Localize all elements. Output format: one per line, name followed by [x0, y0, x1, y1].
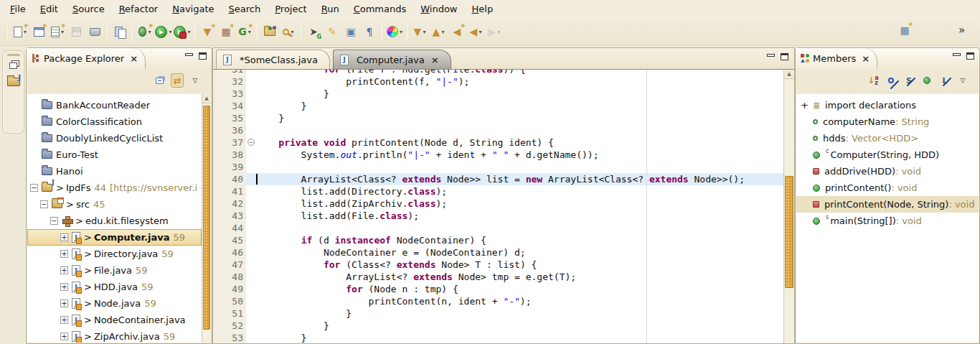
annotation-ruler[interactable] — [246, 307, 256, 320]
tree-item[interactable]: +J> Computer.java59 — [27, 229, 202, 246]
line-number[interactable]: 39 — [213, 161, 246, 173]
close-icon[interactable]: × — [431, 55, 439, 65]
annotation-ruler[interactable] — [246, 112, 256, 124]
hide-static-icon[interactable]: S — [903, 73, 915, 88]
dropdown-caret-icon[interactable]: ▾ — [169, 29, 171, 35]
code-line[interactable]: 39 — [213, 161, 783, 173]
tree-item[interactable]: +J> HDD.java59 — [27, 279, 202, 295]
annotation-ruler[interactable] — [246, 70, 256, 75]
code-line[interactable]: 49 for (Node n : tmp) { — [213, 283, 783, 295]
print-icon[interactable] — [86, 22, 103, 41]
minimize-icon[interactable] — [185, 53, 193, 56]
annotation-ruler[interactable] — [246, 75, 256, 88]
member-item[interactable]: computerName : String — [796, 113, 979, 130]
annotation-ruler[interactable] — [246, 149, 256, 161]
code-text[interactable]: ArrayList<? extends Node> tmp = e.get(T)… — [256, 271, 783, 283]
import-wizard-icon[interactable]: ▼✦ — [199, 22, 216, 41]
line-number[interactable]: 51 — [213, 307, 246, 320]
last-edit-location-icon[interactable]: ◀✦ — [448, 22, 466, 41]
expand-icon[interactable]: + — [60, 266, 68, 274]
code-line[interactable]: 44 — [213, 222, 783, 234]
collapse-icon[interactable]: − — [30, 184, 38, 192]
search-icon[interactable]: ▾ — [280, 22, 297, 41]
close-icon[interactable]: × — [862, 53, 870, 64]
code-line[interactable]: 46 NodeContainer e = (NodeContainer) d; — [213, 246, 783, 259]
tree-item[interactable]: ColorClassification — [27, 113, 202, 130]
scroll-up-icon[interactable]: ▲ — [784, 70, 794, 79]
tree-item[interactable]: Hanoi — [27, 163, 202, 180]
run-external-icon[interactable]: ▶▾ — [174, 22, 191, 41]
line-number[interactable]: 37− — [213, 136, 246, 149]
annotation-ruler[interactable] — [246, 100, 256, 112]
prev-annotation-icon[interactable]: ▲▾ — [430, 22, 447, 41]
code-text[interactable]: ArrayList<Class<? extends Node>> list = … — [256, 173, 783, 185]
line-number[interactable]: 49 — [213, 283, 246, 295]
code-line[interactable]: 48 ArrayList<? extends Node> tmp = e.get… — [213, 271, 783, 283]
line-number[interactable]: 44 — [213, 222, 246, 234]
line-number[interactable]: 36 — [213, 124, 246, 136]
code-line[interactable]: 42 list.add(ZipArchiv.class); — [213, 197, 783, 210]
dropdown-caret-icon[interactable]: ▾ — [479, 29, 481, 35]
code-line[interactable]: 45 if (d instanceof NodeContainer) { — [213, 234, 783, 246]
minimize-icon[interactable] — [767, 54, 775, 57]
dropdown-caret-icon[interactable]: ▾ — [400, 29, 402, 35]
annotation-ruler[interactable] — [246, 210, 256, 222]
menu-search[interactable]: Search — [222, 2, 268, 16]
annotation-ruler[interactable] — [246, 271, 256, 283]
code-line[interactable]: 33 } — [213, 88, 783, 100]
tab-members[interactable]: Members × — [796, 48, 877, 68]
expand-icon[interactable]: + — [60, 250, 68, 258]
hide-local-types-icon[interactable]: L — [938, 73, 951, 88]
expand-icon[interactable]: + — [60, 233, 68, 241]
code-text[interactable]: for (File f : hdd.get(File.class)) { — [256, 70, 783, 75]
line-number[interactable]: 31 — [213, 70, 246, 75]
expand-icon[interactable]: + — [60, 316, 68, 324]
collapse-icon[interactable]: − — [40, 200, 48, 208]
tree-item[interactable]: +J> Node.java59 — [27, 295, 202, 312]
toolbar-overflow-chevron[interactable]: » — [958, 24, 963, 37]
highlighter-icon[interactable]: ✎ — [324, 22, 341, 41]
code-line[interactable]: 32 printContent(f, "|-"); — [213, 75, 783, 88]
code-line[interactable]: 47 for (Class<? extends Node> T : list) … — [213, 259, 783, 271]
line-number[interactable]: 45 — [213, 234, 246, 246]
open-type-icon[interactable] — [261, 22, 278, 41]
line-number[interactable]: 33 — [213, 88, 246, 100]
menu-edit[interactable]: Edit — [33, 2, 65, 16]
show-whitespace-icon[interactable]: ¶ — [361, 22, 378, 41]
new-fastview-icon[interactable]: ▦✦ — [896, 21, 913, 39]
member-item[interactable]: printContent(Node, String) : void — [796, 196, 979, 213]
collapse-all-icon[interactable] — [153, 73, 166, 88]
line-number[interactable]: 46 — [213, 246, 246, 259]
code-line[interactable]: 36 — [213, 124, 783, 136]
sort-icon[interactable]: ↓az — [867, 73, 880, 88]
annotation-ruler[interactable] — [246, 332, 256, 343]
editor-scrollbar[interactable]: ▲ — [783, 70, 794, 343]
view-menu-icon[interactable]: ▽ — [956, 73, 969, 88]
dropdown-caret-icon[interactable]: ▾ — [187, 29, 190, 35]
save-icon[interactable] — [67, 22, 85, 41]
code-line[interactable]: 40 ArrayList<Class<? extends Node>> list… — [213, 173, 783, 185]
expand-icon[interactable]: + — [60, 283, 68, 291]
annotation-ruler[interactable] — [246, 320, 256, 332]
close-icon[interactable]: × — [130, 53, 138, 64]
code-line[interactable]: 50 printContent(n, ident + "-"); — [213, 295, 783, 307]
tree-item[interactable]: Euro-Test — [27, 147, 202, 163]
annotation-ruler[interactable] — [246, 295, 256, 307]
dropdown-caret-icon[interactable]: ▾ — [423, 29, 425, 35]
hide-fields-icon[interactable] — [885, 73, 897, 88]
link-with-editor-icon[interactable]: ⇄ — [171, 73, 184, 88]
tree-item[interactable]: +J> File.java59 — [27, 262, 202, 279]
code-text[interactable]: if (d instanceof NodeContainer) { — [256, 234, 783, 246]
line-number[interactable]: 47 — [213, 259, 246, 271]
line-number[interactable]: 34 — [213, 100, 246, 112]
line-number[interactable]: 41 — [213, 185, 246, 197]
scroll-up-icon[interactable]: ▲ — [202, 94, 211, 103]
annotation-ruler[interactable] — [246, 161, 256, 173]
annotation-ruler[interactable] — [246, 185, 256, 197]
dropdown-caret-icon[interactable]: ▾ — [441, 29, 444, 35]
member-item[interactable]: hdds : Vector<HDD> — [796, 130, 979, 147]
menu-navigate[interactable]: Navigate — [165, 2, 221, 16]
tab-someclass-java[interactable]: J *SomeClass.java — [216, 50, 330, 69]
annotation-ruler[interactable] — [246, 283, 256, 295]
line-number[interactable]: 42 — [213, 197, 246, 210]
